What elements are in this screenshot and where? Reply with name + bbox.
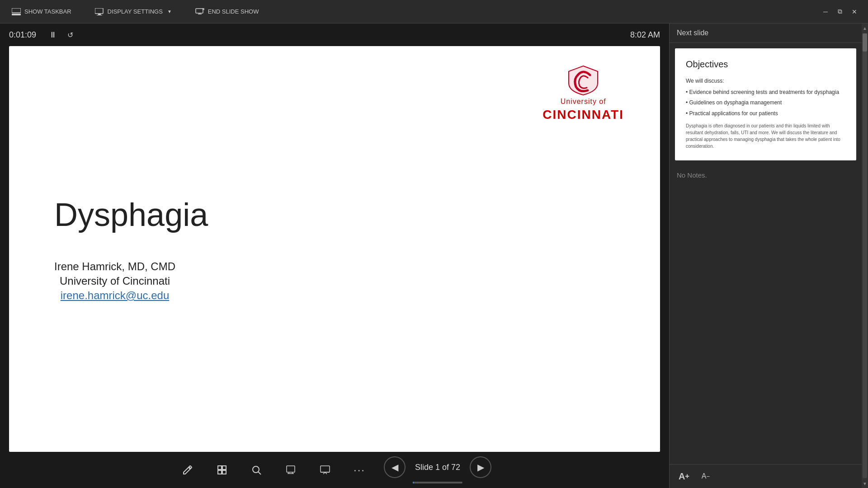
slide-author-block: Irene Hamrick, MD, CMD University of Cin… [54,260,175,302]
scroll-down-button[interactable]: ▼ [862,479,868,488]
pen-tool-button[interactable] [178,460,198,480]
next-slide-header: Next slide [670,23,862,43]
svg-rect-11 [222,466,226,469]
pause-button[interactable]: ⏸ [48,30,58,40]
next-slide-body: We will discuss: • Evidence behind scree… [686,77,845,150]
display-settings-arrow: ▼ [167,9,172,14]
prev-slide-button[interactable]: ◀ [384,456,406,478]
refresh-button[interactable]: ↺ [65,30,75,40]
svg-rect-12 [218,470,222,474]
slide-counter: Slide 1 of 72 [413,463,462,472]
uc-emblem-svg [565,64,601,96]
show-taskbar-label: SHOW TASKBAR [24,8,71,15]
slide-author-name: Irene Hamrick, MD, CMD [54,260,175,273]
next-slide-description: Dysphagia is often diagnosed in our pati… [686,122,845,150]
pointer-tool-button[interactable] [281,460,301,480]
next-slide-title: Objectives [686,59,845,70]
restore-button[interactable]: ⧉ [834,5,846,18]
slide-content: University of CINCINNATI Dysphagia Irene… [9,46,660,452]
uc-text-cincinnati: CINCINNATI [542,108,624,122]
svg-rect-10 [218,466,222,469]
show-taskbar-button[interactable]: SHOW TASKBAR [7,5,76,19]
display-settings-label: DISPLAY SETTINGS [108,8,163,15]
next-slide-bullet-2: • Guidelines on dysphagia management [686,99,845,107]
svg-rect-0 [12,8,21,13]
slide-title: Dysphagia [54,196,208,233]
next-slide-bullet-3: • Practical applications for our patient… [686,109,845,118]
scrollbar-thumb[interactable] [863,33,867,52]
main-content: 0:01:09 ⏸ ↺ 8:02 AM [0,23,868,488]
slide-author-email[interactable]: irene.hamrick@uc.edu [54,289,175,302]
right-panel: Next slide Objectives We will discuss: •… [669,23,868,488]
grid-view-button[interactable] [212,460,232,480]
search-button[interactable] [246,460,266,480]
scroll-up-button[interactable]: ▲ [862,23,868,33]
more-options-button[interactable]: ··· [349,460,369,480]
svg-rect-2 [95,8,103,14]
window-controls: ─ ⧉ ✕ [819,5,861,18]
slide-progress-bar [413,482,462,483]
uc-text-university: University of [561,98,606,106]
slide-frame: University of CINCINNATI Dysphagia Irene… [9,46,660,452]
next-slide-button[interactable]: ▶ [470,456,491,478]
end-slide-show-label: END SLIDE SHOW [208,8,259,15]
svg-rect-20 [321,466,330,472]
end-slide-show-button[interactable]: END SLIDE SHOW [191,5,264,19]
show-taskbar-icon [12,7,21,16]
current-time: 8:02 AM [630,30,660,40]
svg-rect-4 [97,15,102,15]
timer-display: 0:01:09 [9,30,41,40]
right-panel-content: Next slide Objectives We will discuss: •… [670,23,862,488]
next-slide-section-header: We will discuss: [686,77,845,85]
close-button[interactable]: ✕ [848,5,861,18]
top-toolbar: SHOW TASKBAR DISPLAY SETTINGS ▼ END SLID… [0,0,868,23]
svg-point-14 [253,466,259,473]
svg-rect-5 [196,9,203,13]
uc-logo: University of CINCINNATI [542,64,624,122]
notes-text: No Notes. [677,171,854,179]
scrollbar-track [863,33,867,478]
slide-progress-fill [413,482,414,483]
notes-section: No Notes. [670,166,862,464]
right-panel-inner: Next slide Objectives We will discuss: •… [670,23,868,488]
right-scrollbar: ▲ ▼ [862,23,868,488]
svg-rect-3 [98,14,101,15]
minimize-button[interactable]: ─ [819,5,832,18]
next-slide-bullet-1: • Evidence behind screening tests and tr… [686,88,845,97]
slide-area: 0:01:09 ⏸ ↺ 8:02 AM [0,23,669,488]
display-settings-button[interactable]: DISPLAY SETTINGS ▼ [90,5,176,19]
next-slide-preview: Objectives We will discuss: • Evidence b… [675,48,856,160]
slide-author-institution: University of Cincinnati [54,275,175,287]
font-decrease-button[interactable]: A− [698,469,713,483]
bottom-toolbar: ··· ◀ Slide 1 of 72 ▶ [0,452,669,488]
end-slide-show-icon [195,7,204,16]
font-increase-button[interactable]: A+ [677,469,691,483]
svg-rect-13 [222,470,226,474]
svg-line-15 [259,472,261,475]
timer-bar: 0:01:09 ⏸ ↺ 8:02 AM [0,23,669,46]
nav-area: ◀ Slide 1 of 72 ▶ [384,456,491,483]
font-controls: A+ A− [670,464,862,488]
svg-rect-16 [287,466,295,472]
monitor-button[interactable] [315,460,335,480]
svg-rect-1 [12,14,21,15]
display-settings-icon [95,7,104,16]
